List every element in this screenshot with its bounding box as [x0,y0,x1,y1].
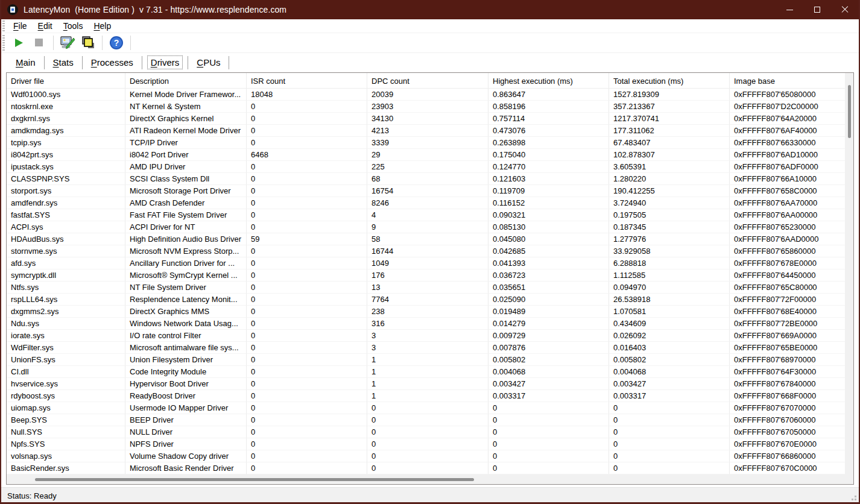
table-row[interactable]: CLASSPNP.SYSSCSI Class System Dll0680.12… [7,173,847,185]
table-row[interactable]: Wdf01000.sysKernel Mode Driver Framewor.… [7,89,847,101]
cell: HDAudBus.sys [7,233,125,245]
table-row[interactable]: amdfendr.sysAMD Crash Defender082460.116… [7,197,847,209]
table-row[interactable]: CI.dllCode Integrity Module010.0040680.0… [7,366,847,378]
cell: 176 [367,269,488,282]
table-row[interactable]: symcryptk.dllMicrosoft® SymCrypt Kernel … [7,269,847,282]
cell: 0.116152 [488,197,609,209]
cell: 0xFFFFF807'67840000 [730,378,847,390]
tab-stats[interactable]: Stats [49,55,77,69]
cell: 0 [488,438,609,450]
cell: 0xFFFFF807'65080000 [730,89,847,101]
cell: 0 [247,414,367,426]
table-row[interactable]: Null.SYSNULL Driver00000xFFFFF807'670500… [7,426,847,438]
table-row[interactable]: HDAudBus.sysHigh Definition Audio Bus Dr… [7,233,847,245]
tab-main[interactable]: Main [12,55,39,69]
table-row[interactable]: Ntfs.sysNT File System Driver0130.035651… [7,282,847,294]
table-row[interactable]: ipustack.sysAMD IPU Driver02250.1247703.… [7,161,847,173]
table-row[interactable]: rdyboost.sysReadyBoost Driver010.0033170… [7,390,847,402]
cell: Ntfs.sys [7,282,125,294]
table-row[interactable]: afd.sysAncillary Function Driver for ...… [7,257,847,269]
table-row[interactable]: iorate.sysI/O rate control Filter030.009… [7,330,847,342]
table-row[interactable]: Npfs.SYSNPFS Driver00000xFFFFF807'670E00… [7,438,847,450]
copy-windows-button[interactable] [79,34,97,51]
column-header[interactable]: Highest execution (ms) [488,73,609,89]
cell: 0 [488,426,609,438]
table-row[interactable]: UnionFS.sysUnion Filesystem Driver010.00… [7,354,847,366]
cell: 0xFFFFF807'D2C00000 [730,101,847,113]
horizontal-scrollbar-thumb[interactable] [35,478,474,481]
cell: Hypervisor Boot Driver [125,378,247,390]
menu-help[interactable]: Help [89,20,116,32]
cell: 3339 [367,137,488,149]
cell: 0 [247,342,367,354]
tab-cpus[interactable]: CPUs [193,55,224,69]
horizontal-scrollbar[interactable] [7,474,853,484]
table-row[interactable]: rspLLL64.sysResplendence Latency Monit..… [7,294,847,306]
tab-processes[interactable]: Processes [87,55,137,69]
column-header[interactable]: Description [125,73,247,89]
cell: 0xFFFFF807'67060000 [730,414,847,426]
cell: Code Integrity Module [125,366,247,378]
status-bar: Status: Ready [1,487,859,502]
menu-file[interactable]: File [8,20,32,32]
table-row[interactable]: uiomap.sysUsermode IO Mapper Driver00000… [7,402,847,414]
column-header[interactable]: Total execution (ms) [609,73,730,89]
table-row[interactable]: fastfat.SYSFast FAT File System Driver04… [7,209,847,221]
cell: ACPI Driver for NT [125,221,247,233]
cell: 0 [247,462,367,474]
cell: 1217.370741 [609,113,730,125]
cell: 33.929058 [609,245,730,257]
table-row[interactable]: ACPI.sysACPI Driver for NT090.0851300.18… [7,221,847,233]
cell: 0xFFFFF807'658C0000 [730,185,847,197]
cell: 0 [609,462,730,474]
run-button[interactable] [10,34,28,51]
cell: 0.858196 [488,101,609,113]
minimize-button[interactable] [776,0,803,19]
vertical-scrollbar[interactable] [845,73,853,474]
cell: volsnap.sys [7,450,125,462]
table-row[interactable]: ntoskrnl.exeNT Kernel & System0239030.85… [7,101,847,113]
cell: Ndu.sys [7,318,125,330]
table-row[interactable]: dxgkrnl.sysDirectX Graphics Kernel034130… [7,113,847,125]
menu-tools[interactable]: Tools [58,20,88,32]
table-row[interactable]: dxgmms2.sysDirectX Graphics MMS02380.019… [7,306,847,318]
table-header-row: Driver fileDescriptionISR countDPC count… [7,73,847,89]
column-header[interactable]: Image base [730,73,847,89]
cell: 0 [609,402,730,414]
column-header[interactable]: ISR count [247,73,367,89]
stop-button[interactable] [30,34,48,51]
tab-drivers[interactable]: Drivers [147,55,183,69]
close-button[interactable] [831,0,859,19]
table-row[interactable]: storport.sysMicrosoft Storage Port Drive… [7,185,847,197]
table-row[interactable]: amdkmdag.sysATI Radeon Kernel Mode Drive… [7,125,847,137]
table-row[interactable]: Ndu.sysWindows Network Data Usag...03160… [7,318,847,330]
cell: 8246 [367,197,488,209]
table-row[interactable]: volsnap.sysVolume Shadow Copy driver0000… [7,450,847,462]
vertical-scrollbar-thumb[interactable] [848,85,851,138]
cell: Ancillary Function Driver for ... [125,257,247,269]
cell: ipustack.sys [7,161,125,173]
edit-report-button[interactable] [58,34,77,51]
help-button[interactable]: ? [107,34,125,51]
table-row[interactable]: hvservice.sysHypervisor Boot Driver010.0… [7,378,847,390]
cell: 357.213367 [609,101,730,113]
cell: 0 [247,306,367,318]
table-row[interactable]: tcpip.sysTCP/IP Driver033390.26389867.48… [7,137,847,149]
table-row[interactable]: stornvme.sysMicrosoft NVM Express Storp.… [7,245,847,257]
cell: 0.197505 [609,209,730,221]
resize-grip-icon[interactable] [849,493,857,501]
maximize-button[interactable] [803,0,831,19]
cell: 0 [367,402,488,414]
cell: 0xFFFFF807'670C0000 [730,462,847,474]
menu-edit[interactable]: Edit [33,20,57,32]
table-row[interactable]: Beep.SYSBEEP Driver00000xFFFFF807'670600… [7,414,847,426]
table-row[interactable]: WdFilter.sysMicrosoft antimalware file s… [7,342,847,354]
table-row[interactable]: BasicRender.sysMicrosoft Basic Render Dr… [7,462,847,474]
cell: stornvme.sys [7,245,125,257]
column-header[interactable]: Driver file [7,73,125,89]
column-header[interactable]: DPC count [367,73,488,89]
cell: 0.003317 [488,390,609,402]
table-row[interactable]: i8042prt.sysi8042 Port Driver6468290.175… [7,149,847,161]
cell: WdFilter.sys [7,342,125,354]
cell: 0 [247,354,367,366]
